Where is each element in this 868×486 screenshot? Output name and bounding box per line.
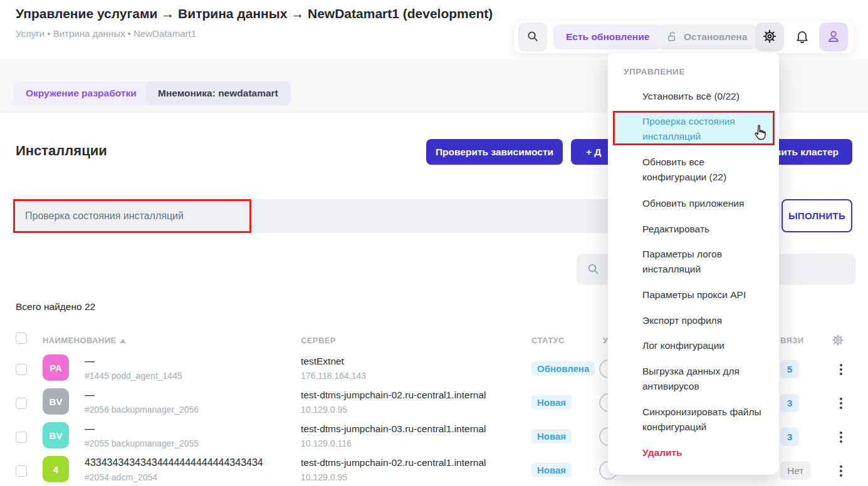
sort-asc-icon xyxy=(120,339,126,343)
notifications-button[interactable] xyxy=(788,23,817,51)
links-count-badge[interactable]: 3 xyxy=(780,428,799,446)
row-checkbox[interactable] xyxy=(16,432,27,443)
execute-button[interactable]: ЫПОЛНИТЬ xyxy=(782,199,852,232)
menu-item-export-profile[interactable]: Экспорт профиля xyxy=(642,313,765,328)
menu-section-title: УПРАВЛЕНИЕ xyxy=(624,67,685,76)
server-name: test-dtms-jumpchain-02.ru-central1.inter… xyxy=(301,457,486,468)
settings-button[interactable] xyxy=(755,23,784,51)
menu-item-log-params[interactable]: Параметры логов инсталляций xyxy=(642,247,765,277)
total-found-label: Всего найдено 22 xyxy=(16,301,95,313)
row-checkbox[interactable] xyxy=(16,465,27,477)
menu-item-check-installations-status[interactable]: Проверка состояния инсталляций xyxy=(613,111,775,145)
links-count-badge[interactable]: Нет xyxy=(780,462,810,480)
service-status-button[interactable]: Остановлена xyxy=(656,24,757,49)
menu-item-edit[interactable]: Редактировать xyxy=(642,222,765,237)
search-button[interactable] xyxy=(518,23,547,51)
column-header-name[interactable]: НАИМЕНОВАНИЕ xyxy=(43,336,126,345)
table-settings-gear-icon[interactable] xyxy=(831,333,845,349)
installation-name: 43343434343434444444444444343434 xyxy=(85,457,263,468)
management-dropdown-menu: УПРАВЛЕНИЕ Установить всё (0/22) Проверк… xyxy=(608,53,779,475)
menu-item-sync-config-files[interactable]: Синхронизировать файлы конфигураций xyxy=(642,405,765,435)
service-status-label: Остановлена xyxy=(684,31,747,43)
menu-item-update-all-configs[interactable]: Обновить все конфигурации (22) xyxy=(642,155,765,185)
bell-icon xyxy=(795,29,810,46)
user-icon xyxy=(826,29,841,46)
page-title: Управление услугами → Витрина данных → N… xyxy=(16,6,493,21)
environment-tag: Окружение разработки xyxy=(13,81,149,105)
selected-action-label: Проверка состояния инсталляций xyxy=(25,199,184,233)
installation-name: — xyxy=(85,390,95,401)
server-name: testExtnet xyxy=(301,356,344,367)
menu-item-proxy-api-params[interactable]: Параметры прокси API xyxy=(642,287,765,302)
row-menu-kebab-icon[interactable] xyxy=(836,428,846,446)
column-header-status: СТАТУС xyxy=(531,336,565,345)
avatar: BV xyxy=(43,422,69,448)
server-name: test-dtms-jumpchain-02.ru-central1.inter… xyxy=(301,390,486,401)
menu-item-install-all[interactable]: Установить всё (0/22) xyxy=(642,89,765,104)
status-badge: Новая xyxy=(531,429,572,443)
section-title-installations: Инсталляции xyxy=(16,143,107,159)
row-menu-kebab-icon[interactable] xyxy=(836,395,846,412)
profile-button[interactable] xyxy=(819,23,848,51)
server-ip: 10.129.0.116 xyxy=(301,438,352,448)
menu-item-config-log[interactable]: Лог конфигурации xyxy=(642,338,765,353)
installation-name: — xyxy=(85,356,95,367)
installation-id: #2056 backupmanager_2056 xyxy=(85,405,199,415)
avatar: PA xyxy=(43,354,69,381)
installation-id: #2054 adcm_2054 xyxy=(85,472,157,482)
check-dependencies-button[interactable]: Проверить зависимости xyxy=(426,139,563,165)
row-menu-kebab-icon[interactable] xyxy=(836,462,846,480)
column-header-name-label: НАИМЕНОВАНИЕ xyxy=(43,336,116,345)
row-checkbox[interactable] xyxy=(16,398,27,409)
breadcrumb: Услуги • Витрина данных • NewDatamart1 xyxy=(16,28,196,39)
menu-item-label: Проверка состояния инсталляций xyxy=(642,114,771,144)
status-badge: Новая xyxy=(531,463,572,477)
server-ip: 176.118.164.143 xyxy=(301,371,366,381)
installation-id: #2055 backupmanager_2055 xyxy=(85,438,199,448)
server-ip: 10.129.0.95 xyxy=(301,405,347,415)
links-count-badge[interactable]: 5 xyxy=(780,360,799,378)
links-count-badge[interactable]: 3 xyxy=(780,394,799,412)
mnemonic-tag: Мнемоника: newdatamart xyxy=(145,81,291,105)
installation-name: — xyxy=(85,423,95,435)
server-name: test-dtms-jumpchain-03.ru-central1.inter… xyxy=(301,423,486,435)
status-badge: Новая xyxy=(531,395,572,410)
status-badge: Обновлена xyxy=(531,361,595,376)
menu-item-delete[interactable]: Удалить xyxy=(642,445,765,460)
unlock-icon xyxy=(666,31,679,43)
column-header-links-partial: ВЯЗИ xyxy=(780,336,804,345)
row-checkbox[interactable] xyxy=(16,364,27,375)
server-ip: 10.129.0.95 xyxy=(301,472,347,482)
column-header-server: СЕРВЕР xyxy=(301,336,336,345)
installation-id: #1445 podd_agent_1445 xyxy=(85,371,182,381)
gear-icon xyxy=(761,28,778,46)
avatar: 4 xyxy=(43,456,69,482)
menu-item-update-apps[interactable]: Обновить приложения xyxy=(642,196,765,211)
header-toolbar: Есть обновление Остановлена xyxy=(514,21,854,53)
row-menu-kebab-icon[interactable] xyxy=(836,361,846,378)
menu-item-antivirus-export[interactable]: Выгрузка данных для антивирусов xyxy=(642,364,765,394)
update-available-button[interactable]: Есть обновление xyxy=(553,24,662,49)
select-all-checkbox[interactable] xyxy=(16,333,27,344)
search-icon xyxy=(526,29,540,45)
avatar: BV xyxy=(43,388,69,415)
